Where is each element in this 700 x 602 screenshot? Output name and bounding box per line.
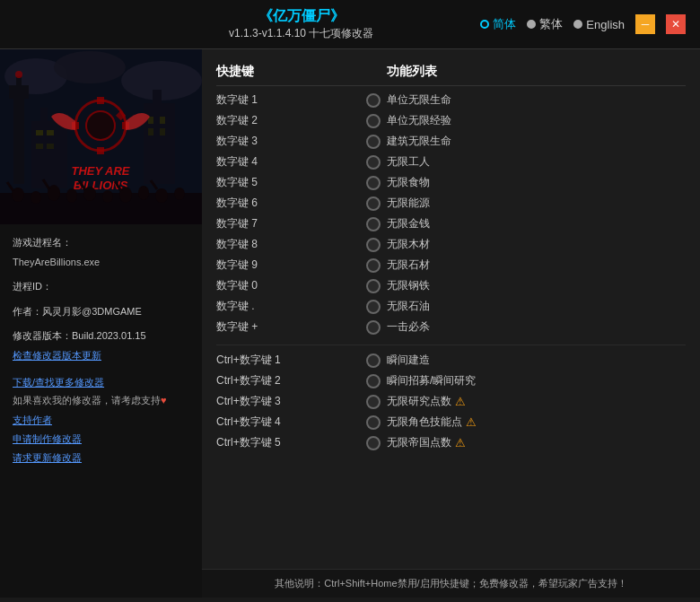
cheat-key-label: 数字键 +	[216, 319, 360, 335]
svg-rect-30	[0, 193, 202, 224]
svg-rect-20	[160, 128, 165, 135]
lang-traditional[interactable]: 繁体	[527, 16, 563, 32]
cheat-key-label: 数字键 .	[216, 299, 360, 314]
table-row: 数字键 7 无限金钱	[216, 214, 686, 234]
svg-point-38	[138, 186, 149, 200]
warn-icon: ⚠	[455, 436, 466, 449]
svg-rect-24	[97, 147, 104, 154]
game-title: 《亿万僵尸》	[122, 7, 480, 26]
cheat-key-label: Ctrl+数字键 2	[216, 373, 360, 388]
cheat-key-label: 数字键 8	[216, 237, 360, 252]
cheat-toggle[interactable]	[366, 279, 381, 293]
game-banner: THEY ARE BILLIONS	[0, 49, 202, 224]
support-text: 如果喜欢我的修改器，请考虑支持♥	[13, 395, 167, 406]
info-panel: 游戏进程名： TheyAreBillions.exe 进程ID： 作者：风灵月影…	[0, 224, 202, 476]
cheat-table: 快捷键 功能列表 数字键 1 单位无限生命 数字键 2 单位无限经验 数字键 3…	[202, 49, 700, 569]
cheat-toggle[interactable]	[366, 196, 381, 211]
table-row: Ctrl+数字键 3 无限研究点数⚠	[216, 391, 686, 412]
request-trainer-link[interactable]: 申请制作修改器	[13, 430, 189, 449]
cheat-toggle[interactable]	[366, 114, 381, 128]
cheat-func-label: 无限食物	[387, 175, 686, 190]
header-title: 《亿万僵尸》 v1.1.3-v1.1.4.10 十七项修改器	[122, 7, 480, 41]
cheat-toggle[interactable]	[366, 258, 381, 273]
cheat-func-label: 单位无限经验	[387, 113, 686, 128]
cheat-key-label: 数字键 3	[216, 134, 360, 149]
svg-rect-5	[9, 85, 29, 99]
col-key-header: 快捷键	[216, 64, 360, 80]
minimize-button[interactable]: ─	[635, 14, 655, 34]
close-button[interactable]: ✕	[666, 14, 686, 34]
footer-note-text: 其他说明：Ctrl+Shift+Home禁用/启用快捷键；免费修改器，希望玩家广…	[275, 578, 626, 589]
download-link[interactable]: 下载/查找更多修改器	[13, 373, 189, 392]
table-row: 数字键 5 无限食物	[216, 172, 686, 193]
support-author-link[interactable]: 支持作者	[13, 411, 189, 430]
cheat-toggle[interactable]	[366, 374, 381, 388]
cheat-func-label: 一击必杀	[387, 319, 686, 335]
svg-point-7	[15, 71, 22, 78]
version-update-link[interactable]: 检查修改器版本更新	[13, 350, 101, 361]
cheat-toggle[interactable]	[366, 176, 381, 190]
cheat-func-label: 无限工人	[387, 154, 686, 170]
svg-point-2	[54, 51, 126, 83]
cheat-func-label: 无限研究点数⚠	[387, 394, 686, 409]
cheat-func-label: 无限角色技能点⚠	[387, 414, 686, 430]
cheat-toggle[interactable]	[366, 320, 381, 335]
svg-point-22	[86, 111, 115, 140]
svg-rect-23	[97, 97, 104, 104]
cheat-toggle[interactable]	[366, 135, 381, 149]
request-update-link[interactable]: 请求更新修改器	[13, 449, 189, 467]
lang-simplified-radio	[480, 20, 489, 29]
version-section: 修改器版本：Build.2023.01.15 检查修改器版本更新	[13, 327, 189, 365]
lang-english-label: English	[586, 18, 625, 31]
pid-label: 进程ID：	[13, 281, 52, 292]
table-row: Ctrl+数字键 5 无限帝国点数⚠	[216, 432, 686, 453]
pid-section: 进程ID：	[13, 277, 189, 297]
svg-rect-4	[13, 94, 24, 184]
cheat-key-label: Ctrl+数字键 5	[216, 435, 360, 450]
svg-point-32	[31, 191, 41, 204]
svg-point-34	[66, 188, 77, 203]
table-row: 数字键 3 建筑无限生命	[216, 131, 686, 152]
svg-rect-9	[40, 108, 48, 126]
cheat-key-label: 数字键 5	[216, 175, 360, 190]
cheat-toggle[interactable]	[366, 300, 381, 314]
svg-point-36	[102, 190, 113, 203]
cheat-toggle[interactable]	[366, 353, 381, 368]
cheat-toggle[interactable]	[366, 436, 381, 450]
warn-icon: ⚠	[455, 395, 466, 408]
cheat-toggle[interactable]	[366, 395, 381, 409]
author-label: 作者：风灵月影@3DMGAME	[13, 306, 142, 317]
cheat-toggle[interactable]	[366, 155, 381, 170]
footer-note: 其他说明：Ctrl+Shift+Home禁用/启用快捷键；免费修改器，希望玩家广…	[202, 569, 700, 598]
cheat-toggle[interactable]	[366, 217, 381, 231]
cheat-toggle[interactable]	[366, 415, 381, 430]
process-value: TheyAreBillions.exe	[13, 257, 100, 267]
svg-point-39	[155, 188, 168, 203]
cheat-func-label: 无限能源	[387, 196, 686, 211]
lang-simplified[interactable]: 简体	[480, 16, 516, 32]
svg-rect-11	[36, 130, 43, 135]
cheat-key-label: 数字键 2	[216, 113, 360, 128]
svg-rect-14	[47, 144, 54, 149]
table-row: 数字键 0 无限钢铁	[216, 275, 686, 296]
cheat-toggle[interactable]	[366, 238, 381, 252]
process-section: 游戏进程名： TheyAreBillions.exe	[13, 233, 189, 272]
table-row: 数字键 + 一击必杀	[216, 317, 686, 337]
cheat-key-label: 数字键 0	[216, 278, 360, 293]
svg-rect-13	[36, 144, 43, 149]
main-layout: THEY ARE BILLIONS	[0, 49, 700, 598]
version-label: 修改器版本：Build.2023.01.15	[13, 330, 146, 341]
table-row: Ctrl+数字键 1 瞬间建造	[216, 345, 686, 371]
cheat-key-label: 数字键 4	[216, 154, 360, 170]
cheat-key-label: Ctrl+数字键 3	[216, 394, 360, 409]
cheat-toggle[interactable]	[366, 93, 381, 108]
game-subtitle: v1.1.3-v1.1.4.10 十七项修改器	[122, 26, 480, 41]
cheat-func-label: 单位无限生命	[387, 92, 686, 108]
lang-english[interactable]: English	[573, 18, 625, 31]
cheat-key-label: Ctrl+数字键 1	[216, 353, 360, 368]
table-row: 数字键 1 单位无限生命	[216, 90, 686, 110]
heart-icon: ♥	[161, 395, 167, 406]
cheat-func-label: 建筑无限生命	[387, 134, 686, 149]
process-label: 游戏进程名：	[13, 237, 72, 248]
lang-traditional-radio	[527, 20, 536, 29]
